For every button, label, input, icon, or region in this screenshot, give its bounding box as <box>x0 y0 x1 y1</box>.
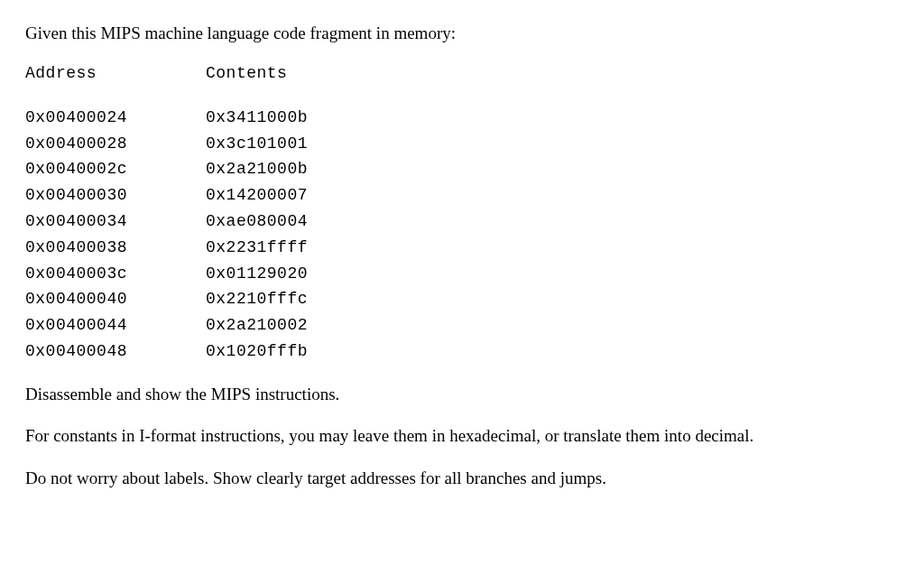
cell-contents: 0xae080004 <box>206 209 899 235</box>
intro-text: Given this MIPS machine language code fr… <box>25 22 899 46</box>
table-header: Address Contents <box>25 62 899 85</box>
table-row: 0x00400034 0xae080004 <box>25 209 899 235</box>
table-row: 0x00400038 0x2231ffff <box>25 235 899 261</box>
cell-address: 0x00400030 <box>25 182 206 209</box>
table-row: 0x00400030 0x14200007 <box>25 182 899 209</box>
cell-address: 0x00400048 <box>25 339 206 365</box>
header-address: Address <box>25 62 206 85</box>
cell-contents: 0x2210fffc <box>206 286 899 312</box>
instruction-p2: For constants in I-format instructions, … <box>25 424 899 449</box>
cell-contents: 0x2231ffff <box>206 235 899 261</box>
cell-contents: 0x3c101001 <box>206 131 899 157</box>
cell-contents: 0x1020fffb <box>206 339 899 365</box>
cell-address: 0x0040003c <box>25 261 206 287</box>
cell-address: 0x0040002c <box>25 156 206 182</box>
cell-contents: 0x2a21000b <box>206 156 899 182</box>
memory-table: Address Contents 0x00400024 0x3411000b 0… <box>25 62 899 365</box>
cell-address: 0x00400034 <box>25 209 206 235</box>
table-row: 0x00400048 0x1020fffb <box>25 339 899 365</box>
table-row: 0x0040002c 0x2a21000b <box>25 156 899 182</box>
table-row: 0x00400024 0x3411000b <box>25 105 899 131</box>
table-row: 0x0040003c 0x01129020 <box>25 261 899 287</box>
table-row: 0x00400040 0x2210fffc <box>25 286 899 312</box>
cell-address: 0x00400038 <box>25 235 206 261</box>
cell-contents: 0x01129020 <box>206 261 899 287</box>
cell-address: 0x00400028 <box>25 131 206 157</box>
table-row: 0x00400028 0x3c101001 <box>25 131 899 157</box>
instruction-p1: Disassemble and show the MIPS instructio… <box>25 383 899 407</box>
cell-address: 0x00400040 <box>25 286 206 312</box>
cell-contents: 0x14200007 <box>206 182 899 209</box>
instruction-p3: Do not worry about labels. Show clearly … <box>25 467 899 491</box>
header-contents: Contents <box>206 62 899 85</box>
table-row: 0x00400044 0x2a210002 <box>25 312 899 339</box>
cell-contents: 0x3411000b <box>206 105 899 131</box>
cell-contents: 0x2a210002 <box>206 312 899 339</box>
cell-address: 0x00400024 <box>25 105 206 131</box>
cell-address: 0x00400044 <box>25 312 206 339</box>
